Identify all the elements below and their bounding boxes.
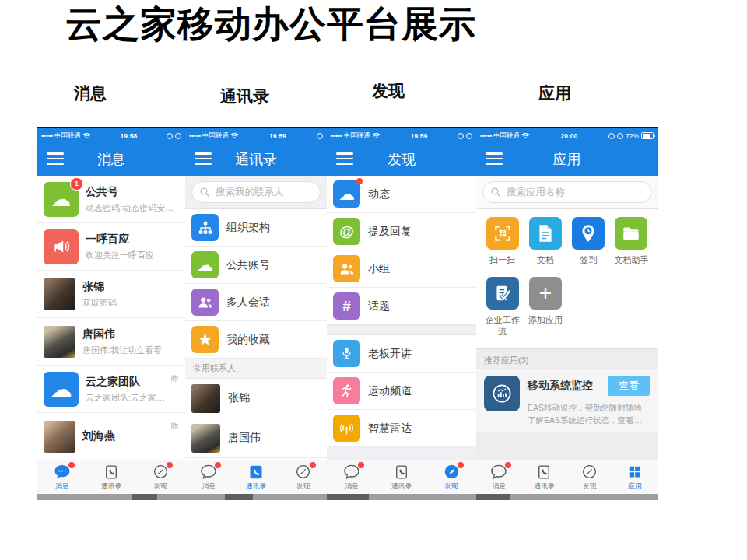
wifi-icon xyxy=(230,132,239,139)
column-label-apps: 应用 xyxy=(538,82,571,104)
horizontal-scrollbar[interactable] xyxy=(37,494,185,500)
cloud-icon: ☁ xyxy=(333,180,360,208)
app-checkin[interactable]: 签到 xyxy=(567,217,610,266)
recommended-app-name: 移动系统监控 xyxy=(528,379,593,393)
contact-item[interactable]: 张锦 xyxy=(185,379,327,418)
menu-icon[interactable] xyxy=(47,152,64,165)
orientation-lock-icon xyxy=(608,133,615,139)
compass-icon xyxy=(580,464,599,481)
tab-discover[interactable]: 发现 xyxy=(279,460,327,494)
app-documents[interactable]: 文档 xyxy=(524,217,566,266)
recommended-app-card[interactable]: 移动系统监控 查看 EAS移动监控，帮助您随时随地了解EAS系统运行状态，查看E… xyxy=(476,369,658,433)
phone-contacts: •••••中国联通 19:59 通讯录 组织架构 ☁ 公共账号 xyxy=(185,127,327,500)
tab-messages[interactable]: 消息 xyxy=(37,460,86,494)
tab-discover[interactable]: 发现 xyxy=(567,460,612,494)
notification-dot xyxy=(310,462,316,468)
public-account-icon: ☁1 xyxy=(44,182,79,217)
horizontal-scrollbar[interactable] xyxy=(476,494,658,500)
compass-icon xyxy=(442,464,461,481)
compass-icon xyxy=(294,464,313,481)
microphone-icon xyxy=(333,340,360,367)
menu-item-favorites[interactable]: ★ 我的收藏 xyxy=(185,321,327,359)
status-bar: •••••中国联通 19:58 xyxy=(37,128,185,143)
notification-dot xyxy=(167,462,173,468)
plus-icon: + xyxy=(529,277,562,310)
item-feed[interactable]: ☁ 动态 xyxy=(327,176,476,213)
avatar xyxy=(44,421,75,453)
clipboard-check-icon xyxy=(486,277,519,310)
menu-icon[interactable] xyxy=(486,152,503,165)
search-icon xyxy=(199,187,210,201)
tab-bar: 消息 通讯录 发现 xyxy=(185,460,327,494)
item-sports[interactable]: 运动频道 xyxy=(327,373,476,410)
star-icon: ★ xyxy=(191,326,219,353)
page-title: 应用 xyxy=(553,150,581,169)
tab-messages[interactable]: 消息 xyxy=(327,460,377,494)
tab-contacts[interactable]: 通讯录 xyxy=(233,460,280,494)
orientation-lock-icon xyxy=(317,133,323,139)
app-doc-assistant[interactable]: 文档助手 xyxy=(610,217,653,266)
item-mentions[interactable]: @ 提及回复 xyxy=(327,213,476,250)
menu-icon[interactable] xyxy=(195,152,212,165)
radar-icon xyxy=(333,415,360,442)
item-groups[interactable]: 小组 xyxy=(327,250,476,288)
hashtag-icon: # xyxy=(333,292,360,320)
list-item[interactable]: 张锦获取密码 xyxy=(37,271,185,318)
app-add[interactable]: + 添加应用 xyxy=(524,277,566,338)
status-bar: •••••中国联通 20:00 72% xyxy=(476,128,658,143)
list-item[interactable]: 刘海燕 昨 xyxy=(37,413,185,460)
recommended-section: 推荐应用(3) 移动系统监控 查看 EAS移动监控，帮助您随时随地了解EAS系统… xyxy=(476,348,658,460)
horizontal-scrollbar[interactable] xyxy=(185,494,327,500)
tab-messages[interactable]: 消息 xyxy=(476,460,521,494)
item-topics[interactable]: # 话题 xyxy=(327,288,476,325)
timestamp: 昨 xyxy=(171,421,179,432)
unread-badge: 1 xyxy=(70,177,83,191)
tab-messages[interactable]: 消息 xyxy=(185,460,233,494)
menu-item-group-chat[interactable]: 多人会话 xyxy=(185,284,327,321)
background xyxy=(327,447,476,460)
horizontal-scrollbar[interactable] xyxy=(327,494,476,500)
compass-icon xyxy=(151,464,170,481)
tab-discover[interactable]: 发现 xyxy=(136,460,185,494)
app-scan[interactable]: 扫一扫 xyxy=(481,217,524,266)
carrier-label: 中国联通 xyxy=(202,131,229,141)
tab-discover[interactable]: 发现 xyxy=(426,460,476,494)
status-bar: •••••中国联通 19:59 xyxy=(327,128,476,143)
tab-contacts[interactable]: 通讯录 xyxy=(521,460,566,494)
tab-apps[interactable]: 应用 xyxy=(612,460,658,494)
list-item[interactable]: 唐国伟唐国伟:我让功立看看 xyxy=(37,318,185,366)
at-icon: @ xyxy=(333,218,360,245)
people-icon xyxy=(333,255,360,282)
search-bar xyxy=(476,176,658,209)
app-workflow[interactable]: 企业工作流 xyxy=(481,277,524,338)
tab-bar: 消息 通讯录 发现 xyxy=(327,460,476,494)
alarm-icon xyxy=(175,133,181,139)
app-grid: 扫一扫 文档 签到 文档助手 xyxy=(476,209,658,348)
notification-dot xyxy=(356,178,363,184)
org-chart-icon xyxy=(191,214,219,241)
menu-item-public-accounts[interactable]: ☁ 公共账号 xyxy=(185,247,327,284)
notification-dot xyxy=(458,462,464,468)
contacts-book-icon xyxy=(247,464,265,481)
contact-item[interactable]: 唐国伟 xyxy=(185,418,327,458)
tab-contacts[interactable]: 通讯录 xyxy=(86,460,135,494)
tab-contacts[interactable]: 通讯录 xyxy=(377,460,426,494)
list-item[interactable]: ☁1 公共号动态密码:动态密码安全性升… xyxy=(37,176,185,223)
search-bar xyxy=(185,176,327,209)
wifi-icon xyxy=(82,132,91,139)
menu-item-orgchart[interactable]: 组织架构 xyxy=(185,209,327,247)
view-button[interactable]: 查看 xyxy=(608,376,650,396)
menu-icon[interactable] xyxy=(336,152,353,165)
search-input[interactable] xyxy=(191,181,321,203)
item-boss-talk[interactable]: 老板开讲 xyxy=(327,335,476,373)
wifi-icon xyxy=(372,132,381,139)
search-input[interactable] xyxy=(482,181,651,203)
avatar xyxy=(44,326,75,358)
item-smart-radar[interactable]: 智慧雷达 xyxy=(327,410,476,447)
divider xyxy=(327,325,476,335)
slide: 云之家移动办公平台展示 消息 通讯录 发现 应用 •••••中国联通 19:58… xyxy=(0,0,747,560)
list-item[interactable]: 一呼百应欢迎关注一呼百应 xyxy=(37,223,185,271)
notification-dot xyxy=(215,462,221,468)
section-header: 常用联系人 xyxy=(185,359,327,379)
list-item[interactable]: ☁ 云之家团队云之家团队:云之家与讯通整… 昨 xyxy=(37,366,185,413)
